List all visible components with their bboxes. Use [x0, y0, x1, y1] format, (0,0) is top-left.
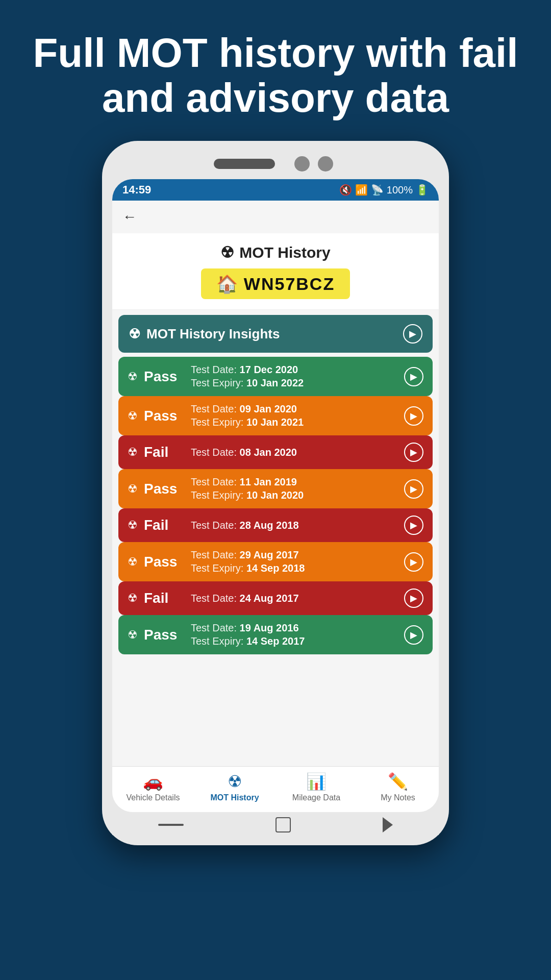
- phone-speaker: [214, 159, 275, 169]
- mot-dates-2: Test Date: 08 Jan 2020: [191, 447, 297, 458]
- phone-frame: 14:59 🔇 📶 📡 100% 🔋 ← ☢ MOT History 🏠 WN5…: [102, 141, 449, 845]
- wifi-icon: 📶: [355, 184, 368, 196]
- home-nav-home[interactable]: [276, 817, 291, 832]
- back-button[interactable]: ←: [122, 209, 137, 225]
- nav-label-mileage: Mileage Data: [292, 793, 340, 802]
- mot-expiry-3: Test Expiry: 10 Jan 2020: [191, 489, 304, 501]
- mot-result-1: Pass: [144, 408, 185, 424]
- mute-icon: 🔇: [339, 184, 352, 196]
- mot-row-left-0: ☢PassTest Date: 17 Dec 2020Test Expiry: …: [128, 364, 304, 389]
- mot-hazmat-icon-6: ☢: [128, 592, 138, 605]
- nav-item-mot-history[interactable]: ☢ MOT History: [194, 772, 276, 808]
- mot-play-btn-6[interactable]: ▶: [404, 589, 423, 608]
- page-title: ☢ MOT History: [122, 243, 429, 261]
- mot-test-date-6: Test Date: 24 Aug 2017: [191, 593, 299, 604]
- status-time: 14:59: [122, 183, 151, 197]
- mot-expiry-7: Test Expiry: 14 Sep 2017: [191, 635, 305, 647]
- plate-badge: 🏠 WN57BCZ: [201, 268, 350, 299]
- scroll-content[interactable]: ☢ MOT History Insights ▶ ☢PassTest Date:…: [112, 310, 439, 766]
- mot-test-date-3: Test Date: 11 Jan 2019: [191, 476, 304, 488]
- mot-result-6: Fail: [144, 590, 185, 606]
- status-icons: 🔇 📶 📡 100% 🔋: [339, 184, 429, 196]
- nav-label-mot: MOT History: [210, 793, 259, 802]
- nav-header: ←: [112, 201, 439, 233]
- nav-item-notes[interactable]: ✏️ My Notes: [357, 772, 439, 808]
- status-bar: 14:59 🔇 📶 📡 100% 🔋: [112, 179, 439, 201]
- mot-expiry-1: Test Expiry: 10 Jan 2021: [191, 416, 304, 428]
- mot-play-btn-1[interactable]: ▶: [404, 406, 423, 426]
- mot-dates-6: Test Date: 24 Aug 2017: [191, 593, 299, 604]
- mot-row-left-5: ☢PassTest Date: 29 Aug 2017Test Expiry: …: [128, 549, 305, 574]
- mot-row-left-4: ☢FailTest Date: 28 Aug 2018: [128, 517, 299, 533]
- mot-result-0: Pass: [144, 369, 185, 385]
- mot-row-left-6: ☢FailTest Date: 24 Aug 2017: [128, 590, 299, 606]
- mot-result-5: Pass: [144, 554, 185, 570]
- mot-test-date-0: Test Date: 17 Dec 2020: [191, 364, 304, 376]
- mot-row-5[interactable]: ☢PassTest Date: 29 Aug 2017Test Expiry: …: [118, 542, 433, 581]
- phone-camera-left: [294, 156, 310, 172]
- mot-row-0[interactable]: ☢PassTest Date: 17 Dec 2020Test Expiry: …: [118, 357, 433, 396]
- mot-records-list: ☢PassTest Date: 17 Dec 2020Test Expiry: …: [118, 357, 433, 654]
- mot-row-3[interactable]: ☢PassTest Date: 11 Jan 2019Test Expiry: …: [118, 469, 433, 508]
- mot-hazmat-icon-1: ☢: [128, 409, 138, 423]
- mot-row-4[interactable]: ☢FailTest Date: 28 Aug 2018▶: [118, 508, 433, 542]
- mot-row-7[interactable]: ☢PassTest Date: 19 Aug 2016Test Expiry: …: [118, 615, 433, 654]
- page-title-section: ☢ MOT History 🏠 WN57BCZ: [112, 233, 439, 310]
- mot-test-date-4: Test Date: 28 Aug 2018: [191, 520, 299, 531]
- chart-icon: 📊: [306, 772, 327, 791]
- hazmat-nav-icon: ☢: [228, 772, 242, 791]
- insights-label: MOT History Insights: [146, 326, 280, 342]
- insights-play-button[interactable]: ▶: [403, 324, 422, 344]
- mot-test-date-5: Test Date: 29 Aug 2017: [191, 549, 305, 561]
- phone-top-bar: [112, 151, 439, 179]
- phone-screen: 14:59 🔇 📶 📡 100% 🔋 ← ☢ MOT History 🏠 WN5…: [112, 179, 439, 812]
- insights-left: ☢ MOT History Insights: [129, 326, 280, 342]
- insights-hazmat-icon: ☢: [129, 326, 140, 342]
- signal-icon: 📡: [371, 184, 384, 196]
- mot-test-date-1: Test Date: 09 Jan 2020: [191, 403, 304, 415]
- home-indicator: [112, 812, 439, 835]
- mot-play-btn-3[interactable]: ▶: [404, 479, 423, 499]
- battery-icon: 🔋: [416, 184, 429, 196]
- mot-hazmat-icon-5: ☢: [128, 555, 138, 569]
- mot-row-left-7: ☢PassTest Date: 19 Aug 2016Test Expiry: …: [128, 622, 305, 647]
- car-icon: 🚗: [143, 772, 163, 791]
- page-title-text: MOT History: [239, 244, 330, 261]
- nav-item-mileage[interactable]: 📊 Mileage Data: [276, 772, 357, 808]
- mot-hazmat-icon-7: ☢: [128, 628, 138, 642]
- garage-icon: 🏠: [216, 274, 239, 294]
- home-nav-recent[interactable]: [158, 824, 184, 826]
- mot-dates-0: Test Date: 17 Dec 2020Test Expiry: 10 Ja…: [191, 364, 304, 389]
- mot-row-left-3: ☢PassTest Date: 11 Jan 2019Test Expiry: …: [128, 476, 304, 501]
- mot-dates-1: Test Date: 09 Jan 2020Test Expiry: 10 Ja…: [191, 403, 304, 428]
- mot-play-btn-2[interactable]: ▶: [404, 443, 423, 462]
- mot-play-btn-4[interactable]: ▶: [404, 516, 423, 535]
- nav-label-notes: My Notes: [381, 793, 415, 802]
- home-nav-back[interactable]: [383, 817, 393, 832]
- mot-dates-3: Test Date: 11 Jan 2019Test Expiry: 10 Ja…: [191, 476, 304, 501]
- nav-item-vehicle-details[interactable]: 🚗 Vehicle Details: [112, 772, 194, 808]
- mot-hazmat-icon-4: ☢: [128, 519, 138, 532]
- mot-result-7: Pass: [144, 627, 185, 643]
- mot-expiry-0: Test Expiry: 10 Jan 2022: [191, 377, 304, 389]
- mot-hazmat-icon-2: ☢: [128, 446, 138, 459]
- mot-row-2[interactable]: ☢FailTest Date: 08 Jan 2020▶: [118, 435, 433, 469]
- insights-row[interactable]: ☢ MOT History Insights ▶: [118, 315, 433, 353]
- mot-row-1[interactable]: ☢PassTest Date: 09 Jan 2020Test Expiry: …: [118, 396, 433, 435]
- mot-play-btn-0[interactable]: ▶: [404, 367, 423, 386]
- mot-result-3: Pass: [144, 481, 185, 497]
- phone-camera-right: [318, 156, 333, 172]
- mot-row-6[interactable]: ☢FailTest Date: 24 Aug 2017▶: [118, 581, 433, 615]
- mot-dates-5: Test Date: 29 Aug 2017Test Expiry: 14 Se…: [191, 549, 305, 574]
- mot-title-icon: ☢: [220, 243, 234, 261]
- mot-test-date-7: Test Date: 19 Aug 2016: [191, 622, 305, 634]
- mot-row-left-1: ☢PassTest Date: 09 Jan 2020Test Expiry: …: [128, 403, 304, 428]
- mot-row-left-2: ☢FailTest Date: 08 Jan 2020: [128, 444, 297, 460]
- nav-label-vehicle: Vehicle Details: [127, 793, 180, 802]
- mot-play-btn-5[interactable]: ▶: [404, 552, 423, 572]
- mot-expiry-5: Test Expiry: 14 Sep 2018: [191, 562, 305, 574]
- battery-text: 100%: [387, 184, 413, 196]
- mot-play-btn-7[interactable]: ▶: [404, 625, 423, 645]
- mot-result-4: Fail: [144, 517, 185, 533]
- mot-hazmat-icon-0: ☢: [128, 370, 138, 383]
